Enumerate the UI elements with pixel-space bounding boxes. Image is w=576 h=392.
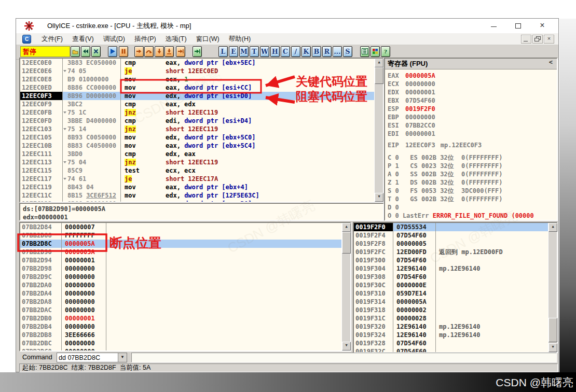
- flag-row[interactable]: Z 1 DS 002B 32位 0(FFFFFFFF): [388, 178, 557, 187]
- stack-row[interactable]: 0019F30807D54F60: [354, 273, 548, 281]
- register-row[interactable]: ECX00000000: [388, 80, 557, 88]
- panel-C-button[interactable]: C: [281, 46, 290, 57]
- register-row[interactable]: EDI00000001: [388, 130, 557, 138]
- disasm-row[interactable]: 12EEC11585C9testecx, ecx: [20, 166, 375, 175]
- stack-row[interactable]: 0019F2FC12ED00FD返回到 mp.12ED00FD: [354, 248, 548, 256]
- appearance-button[interactable]: [371, 46, 380, 57]
- step-into-button[interactable]: [134, 46, 144, 57]
- stack-row[interactable]: 0019F2F007D55534: [354, 223, 548, 231]
- disasm-row[interactable]: 12EEC0FB75 1Cjnzshort 12EEC119: [20, 108, 375, 117]
- dump-row[interactable]: 07BB2DB83EE66666: [20, 331, 342, 339]
- panel-W-button[interactable]: W: [260, 46, 269, 57]
- disasm-row[interactable]: 12EEC0ED8B86 CC000000moveax, dword ptr […: [20, 83, 375, 92]
- breakpoint-list-button[interactable]: [360, 46, 369, 57]
- disasm-row[interactable]: 12EEC0E8B9 01000000movecx, 1: [20, 75, 375, 83]
- flag-row[interactable]: P 1 CS 0023 32位 0(FFFFFFFF): [388, 162, 557, 170]
- eip-row[interactable]: EIP12EEC0F3mp.12EEC0F3: [388, 141, 557, 149]
- flag-row[interactable]: C 0 ES 002B 32位 0(FFFFFFFF): [388, 153, 557, 162]
- dump-row[interactable]: 07BB2D8C0000005A: [20, 240, 342, 248]
- disasm-row[interactable]: 12EEC0E03B83 EC050000cmpeax, dword ptr […: [20, 59, 375, 67]
- panel-x-button[interactable]: /: [291, 46, 300, 57]
- disasm-row[interactable]: 12EEC0FD3BBE D4000000cmpedi, dword ptr […: [20, 117, 375, 125]
- panel-H-button[interactable]: H: [270, 46, 280, 57]
- panel-T-button[interactable]: T: [250, 46, 259, 57]
- scroll-up-icon[interactable]: ▲: [342, 223, 351, 232]
- disasm-row[interactable]: 12EEC0F38B96 D0000000movedx, dword ptr […: [20, 92, 375, 100]
- mdi-minimize-button[interactable]: [521, 35, 531, 44]
- panel-M-button[interactable]: M: [239, 46, 249, 57]
- scroll-down-icon[interactable]: ▼: [548, 343, 557, 352]
- stack-row[interactable]: 0019F3140000005A: [354, 298, 548, 306]
- dump-row[interactable]: 07BB2DB000000001: [20, 314, 342, 323]
- flag-row[interactable]: D 0: [388, 203, 557, 212]
- disassembly-scrollbar[interactable]: ▲ ▼: [374, 59, 383, 202]
- stack-row[interactable]: 0019F32412E96140mp.12E96140: [354, 331, 548, 339]
- flag-row[interactable]: S 0 FS 0053 32位 3DC000(FFF): [388, 187, 557, 195]
- maximize-button[interactable]: [509, 19, 527, 33]
- menu-item[interactable]: 帮助(H): [224, 33, 255, 45]
- panel-B-button[interactable]: B: [312, 46, 321, 57]
- stack-pane[interactable]: 0019F2F007D555340019F2F407D54F600019F2F8…: [353, 222, 558, 353]
- run-button[interactable]: [108, 46, 117, 57]
- panel-R-button[interactable]: R: [322, 46, 332, 57]
- dump-row[interactable]: 07BB2DB400000000: [20, 323, 342, 331]
- disasm-row[interactable]: 12EEC10B8B83 C4050000moveax, dword ptr […: [20, 142, 375, 150]
- dump-row[interactable]: 07BB2D9400000001: [20, 256, 342, 264]
- scroll-down-icon[interactable]: ▼: [375, 193, 383, 202]
- scrollbar-thumb[interactable]: [375, 67, 383, 84]
- menu-item[interactable]: 调试(D): [99, 33, 130, 45]
- trace-into-button[interactable]: [155, 46, 164, 57]
- panel-S-button[interactable]: S: [343, 46, 352, 57]
- stack-row[interactable]: 0019F32807D54F60: [354, 339, 548, 347]
- trace-over-button[interactable]: [164, 46, 174, 57]
- disasm-row[interactable]: 12EEC11C8B15 3CE6F512movedx, dword ptr […: [20, 191, 375, 200]
- menu-item[interactable]: 查看(V): [67, 33, 99, 45]
- dump-row[interactable]: 07BB2DA000000000: [20, 281, 342, 289]
- stack-row[interactable]: 0019F31800000002: [354, 306, 548, 314]
- dump-row[interactable]: 07BB2DBC00000000: [20, 339, 342, 347]
- stack-row[interactable]: 0019F32C07D54F60: [354, 347, 548, 352]
- dump-row[interactable]: 07BB2D9C00000000: [20, 273, 342, 281]
- dump-row[interactable]: 07BB2DA800000000: [20, 298, 342, 306]
- help-button[interactable]: ?: [381, 46, 390, 57]
- register-row[interactable]: ESI07BB2CC0: [388, 121, 557, 130]
- disasm-row[interactable]: 12EEC11774 61jeshort 12EEC17A: [20, 175, 375, 183]
- disasm-row[interactable]: 12EEC0E674 05jeshort 12EEC0ED: [20, 67, 375, 75]
- dump-row[interactable]: 07BB2D8400000007: [20, 223, 342, 231]
- dump-row[interactable]: 07BB2DAC00000000: [20, 306, 342, 314]
- scrollbar-thumb[interactable]: [548, 318, 557, 342]
- dump-row[interactable]: 07BB2D9800000000: [20, 264, 342, 273]
- panel-K-button[interactable]: K: [301, 46, 311, 57]
- stack-row[interactable]: 0019F2F800000005: [354, 240, 548, 248]
- mdi-close-button[interactable]: ×: [544, 35, 554, 44]
- dump-scrollbar[interactable]: ▲ ▼: [341, 223, 350, 351]
- collapse-button[interactable]: <: [549, 59, 553, 66]
- menu-item[interactable]: 插件(P): [130, 33, 161, 45]
- disasm-row[interactable]: 12EEC1198B43 04moveax, dword ptr [ebx+4]: [20, 183, 375, 191]
- command-input[interactable]: [57, 353, 121, 362]
- registers-pane[interactable]: < 寄存器 (FPU) EAX0000005AECX00000000EDX000…: [384, 58, 558, 221]
- dropdown-arrow-icon[interactable]: ▼: [118, 353, 127, 362]
- register-row[interactable]: ESP0019F2F0: [388, 105, 557, 113]
- menu-item[interactable]: 文件(F): [37, 33, 67, 45]
- open-button[interactable]: [71, 46, 80, 57]
- menu-item[interactable]: 选项(T): [161, 33, 191, 45]
- command-combobox[interactable]: ▼: [57, 353, 127, 362]
- close-program-button[interactable]: [91, 46, 101, 57]
- dump-row[interactable]: 07BB2D900000005A: [20, 248, 342, 256]
- disasm-row[interactable]: 12EEC10375 14jnzshort 12EEC119: [20, 125, 375, 133]
- stack-row[interactable]: 0019F32012E96140mp.12E96140: [354, 323, 548, 331]
- title-bar[interactable]: OllyICE - cstrike.exe - [CPU - 主线程, 模块 -…: [16, 19, 558, 34]
- scroll-down-icon[interactable]: ▼: [342, 342, 351, 351]
- stack-row[interactable]: 0019F30412E96140mp.12E96140: [354, 264, 548, 273]
- go-to-button[interactable]: [193, 46, 202, 57]
- restart-button[interactable]: [81, 46, 90, 57]
- dump-row[interactable]: 07BB2DC000000000: [20, 347, 342, 351]
- run-to-return-button[interactable]: [176, 46, 185, 57]
- disasm-row[interactable]: 12EEC1113BD0cmpedx, eax: [20, 150, 375, 158]
- panel-xxx-button[interactable]: ...: [333, 46, 342, 57]
- register-row[interactable]: EBX07D54F60: [388, 96, 557, 105]
- disassembly-pane[interactable]: 12EEC0E03B83 EC050000cmpeax, dword ptr […: [19, 58, 384, 203]
- stack-scrollbar[interactable]: ▲ ▼: [548, 223, 557, 352]
- stack-row[interactable]: 0019F2F407D54F60: [354, 231, 548, 240]
